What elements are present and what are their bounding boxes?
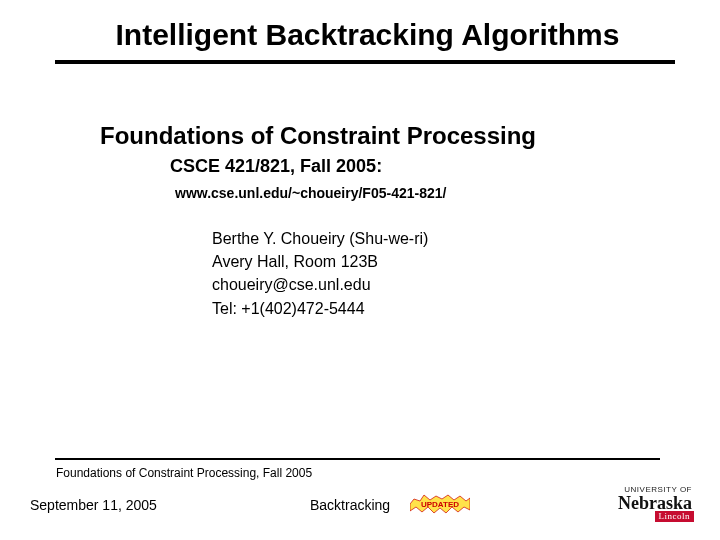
logo-name: Nebraska [618,493,692,513]
logo-main-text: Nebraska Lincoln [618,494,692,512]
updated-text: UPDATED [421,500,459,509]
author-office: Avery Hall, Room 123B [212,250,720,273]
updated-badge: UPDATED [410,493,470,515]
footer-course: Foundations of Constraint Processing, Fa… [56,466,312,480]
title-rule [55,60,675,64]
author-name: Berthe Y. Choueiry (Shu-we-ri) [212,227,720,250]
logo-campus: Lincoln [655,511,695,522]
footer-date: September 11, 2005 [30,497,157,513]
slide-subtitle: Foundations of Constraint Processing [0,122,720,150]
university-logo: UNIVERSITY OF Nebraska Lincoln [618,485,692,512]
slide: Intelligent Backtracking Algorithms Foun… [0,0,720,540]
course-code: CSCE 421/821, Fall 2005: [0,156,720,177]
footer-rule [55,458,660,460]
course-url: www.cse.unl.edu/~choueiry/F05-421-821/ [0,185,720,201]
slide-title: Intelligent Backtracking Algorithms [0,18,720,60]
author-email: choueiry@cse.unl.edu [212,273,720,296]
author-phone: Tel: +1(402)472-5444 [212,297,720,320]
author-block: Berthe Y. Choueiry (Shu-we-ri) Avery Hal… [0,227,720,320]
footer-topic: Backtracking [310,497,390,513]
